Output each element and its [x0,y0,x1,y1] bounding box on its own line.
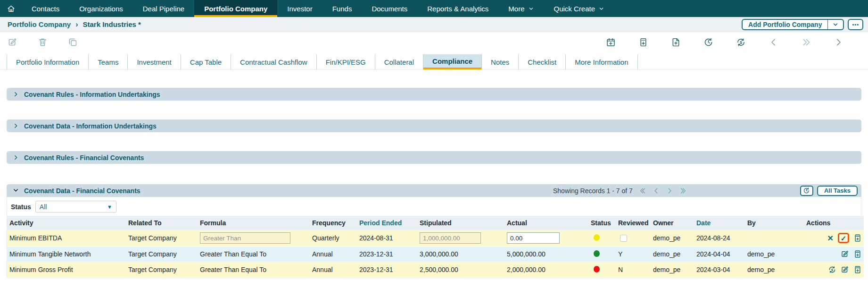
col-related-to: Related To [126,216,198,230]
tab-label: Portfolio Information [16,58,79,66]
next-page-icon[interactable] [666,187,673,195]
task-add-icon[interactable] [853,234,862,242]
nav-item-more[interactable]: More [498,0,544,17]
nav-item-portfolio-company[interactable]: Portfolio Company [194,0,277,17]
confirm-highlight-box[interactable]: ✓ [838,233,849,243]
cancel-icon[interactable]: ✕ [827,234,834,243]
section-header-actions: All Tasks [800,186,858,196]
chevron-down-icon [528,6,534,12]
all-tasks-button[interactable]: All Tasks [817,186,858,196]
tab-label: Collateral [384,58,414,66]
cell-reviewed [616,230,651,247]
chevron-right-icon [13,123,19,129]
actual-input[interactable] [507,232,560,244]
currency-refresh-icon[interactable]: $ [828,265,836,274]
page-actions: Add Portfolio Company ••• [742,19,863,30]
reviewed-checkbox[interactable] [620,235,627,242]
nav-item-label: Reports & Analytics [427,5,488,13]
first-page-icon[interactable] [639,187,647,195]
history-icon[interactable] [703,37,713,47]
cell-actions: $ [804,262,864,278]
file-add-icon[interactable] [671,37,681,47]
tab-checklist[interactable]: Checklist [519,54,566,69]
tab-label: Investment [137,58,171,66]
tab-fin-kpi-esg[interactable]: Fin/KPI/ESG [317,54,375,69]
col-status: Status [588,216,616,230]
tab-compliance[interactable]: Compliance [423,54,482,69]
nav-item-label: Documents [372,5,407,13]
history-button[interactable] [800,186,813,196]
nav-item-deal-pipeline[interactable]: Deal Pipeline [133,0,194,17]
chevron-down-icon[interactable] [13,187,19,195]
section-title: Covenant Rules - Information Undertaking… [24,91,160,98]
formula-input [200,232,290,244]
record-toolbar: $ [0,32,868,52]
currency-refresh-icon[interactable]: $ [736,37,746,47]
stipulated-input [420,232,481,244]
task-add-icon[interactable] [853,265,862,274]
home-icon[interactable] [0,0,22,17]
more-options-button[interactable]: ••• [848,19,863,30]
tab-investment[interactable]: Investment [128,54,181,69]
tab-portfolio-information[interactable]: Portfolio Information [7,54,89,69]
nav-item-contacts[interactable]: Contacts [22,0,69,17]
edit-icon[interactable] [841,250,849,258]
chevron-right-icon: › [75,20,78,29]
breadcrumb-bar: Portfolio Company › Stark Industries * A… [0,17,868,32]
previous-record-icon[interactable] [769,37,778,47]
section-covenant-rules-information-undertakings[interactable]: Covenant Rules - Information Undertaking… [7,88,861,101]
cell-stipulated [417,230,504,247]
nav-item-investor[interactable]: Investor [277,0,322,17]
table-row: Minimum Tangible Networth Target Company… [7,247,864,262]
nav-item-reports-analytics[interactable]: Reports & Analytics [417,0,498,17]
task-add-icon[interactable] [853,250,862,258]
cell-date: 2024-04-04 [694,247,745,262]
col-date[interactable]: Date [694,216,745,230]
tab-collateral[interactable]: Collateral [375,54,423,69]
task-add-icon[interactable] [638,37,648,47]
nav-item-quick-create[interactable]: Quick Create [544,0,615,17]
section-title: Covenant Rules - Financial Covenants [24,154,144,162]
toolbar-right-group: $ [606,37,843,47]
nav-item-organizations[interactable]: Organizations [69,0,133,17]
next-record-icon[interactable] [834,37,843,47]
tab-more-information[interactable]: More Information [566,54,637,69]
tab-teams[interactable]: Teams [89,54,128,69]
svg-text:$: $ [831,268,833,272]
breadcrumb-parent[interactable]: Portfolio Company [8,20,71,28]
status-filter-select[interactable]: All ▼ [35,201,116,213]
caret-down-icon: ▼ [107,204,112,210]
cell-actual: 5,000,000.00 [504,247,588,262]
tab-label: Teams [98,58,118,66]
calendar-add-icon[interactable] [606,37,616,47]
section-covenant-data-information-undertakings[interactable]: Covenant Data - Information Undertakings [7,119,861,132]
tab-contractual-cashflow[interactable]: Contractual Cashflow [231,54,317,69]
nav-item-funds[interactable]: Funds [322,0,362,17]
add-portfolio-company-button[interactable]: Add Portfolio Company [742,19,844,30]
chevron-right-icon [13,91,19,97]
section-covenant-rules-financial-covenants[interactable]: Covenant Rules - Financial Covenants [7,151,861,164]
covenant-data-table: Activity Related To Formula Frequency Pe… [7,216,864,278]
confirm-icon[interactable]: ✓ [841,235,847,242]
col-actual: Actual [504,216,588,230]
col-period-ended[interactable]: Period Ended [357,216,417,230]
status-dot-red [594,266,600,272]
cell-period-ended: 2023-12-31 [357,262,417,278]
tab-cap-table[interactable]: Cap Table [181,54,231,69]
tab-notes[interactable]: Notes [482,54,519,69]
section-covenant-data-financial-covenants: Covenant Data - Financial Covenants Show… [7,184,861,197]
status-filter-label: Status [11,203,31,211]
chevron-down-icon[interactable] [828,21,843,28]
nav-item-documents[interactable]: Documents [362,0,417,17]
spacer [0,70,868,88]
last-page-icon[interactable] [679,187,686,195]
edit-icon[interactable] [841,265,849,274]
delete-icon[interactable] [38,37,48,47]
chevron-down-icon [598,6,604,12]
duplicate-icon[interactable] [68,37,78,47]
previous-page-icon[interactable] [653,187,660,195]
cell-by: demo_pe [745,262,804,278]
top-navigation: Contacts Organizations Deal Pipeline Por… [0,0,868,17]
last-record-icon[interactable] [801,37,811,47]
edit-icon[interactable] [8,37,17,47]
